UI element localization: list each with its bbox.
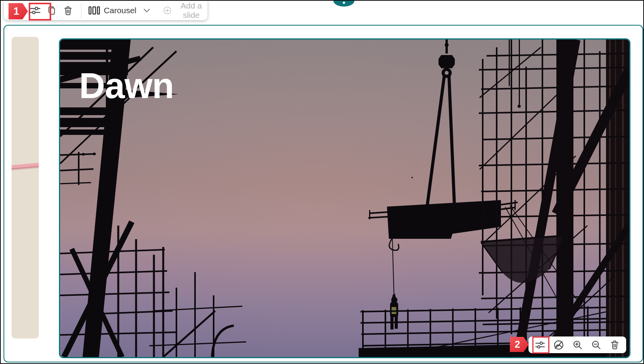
insert-card-handle[interactable] <box>333 1 354 7</box>
image-settings-button[interactable] <box>532 337 548 353</box>
image-toolbar <box>528 336 626 353</box>
pink-rope-decoration <box>12 162 39 170</box>
zoom-out-button[interactable] <box>588 337 604 353</box>
carousel-slide[interactable]: Dawn <box>59 38 630 358</box>
chevron-down-icon <box>143 9 150 13</box>
slide-title[interactable]: Dawn <box>79 68 174 104</box>
card-type-label: Carousel <box>104 6 136 15</box>
trash-icon <box>63 5 73 16</box>
copy-icon <box>47 5 57 16</box>
toolbar-divider <box>81 3 81 18</box>
add-slide-button[interactable]: Add a slide <box>163 1 207 20</box>
plus-circle-icon <box>163 5 171 16</box>
add-slide-label: Add a slide <box>175 1 207 20</box>
duplicate-card-button[interactable] <box>45 2 58 19</box>
carousel-icon <box>88 5 100 16</box>
card-type-dropdown[interactable]: Carousel <box>87 5 152 16</box>
card-settings-button[interactable] <box>29 2 42 19</box>
zoom-in-icon <box>572 340 583 350</box>
callout-1-label: 1 <box>13 5 19 17</box>
zoom-in-button[interactable] <box>570 337 585 353</box>
delete-card-button[interactable] <box>62 2 75 19</box>
zoom-out-icon <box>591 340 601 350</box>
sway-carousel-editor: Carousel Add a slide 1 <box>0 0 644 364</box>
image-off-icon <box>553 340 564 350</box>
sliders-icon <box>535 340 546 350</box>
callout-2-label: 2 <box>515 339 520 350</box>
delete-image-button[interactable] <box>607 337 622 353</box>
card-toolbar: Carousel Add a slide <box>4 1 207 20</box>
sliders-icon <box>29 5 41 16</box>
remove-image-button[interactable] <box>551 337 566 353</box>
sway-canvas: Dawn <box>3 25 643 362</box>
trash-icon <box>609 340 620 350</box>
previous-slide-preview[interactable] <box>12 37 39 338</box>
